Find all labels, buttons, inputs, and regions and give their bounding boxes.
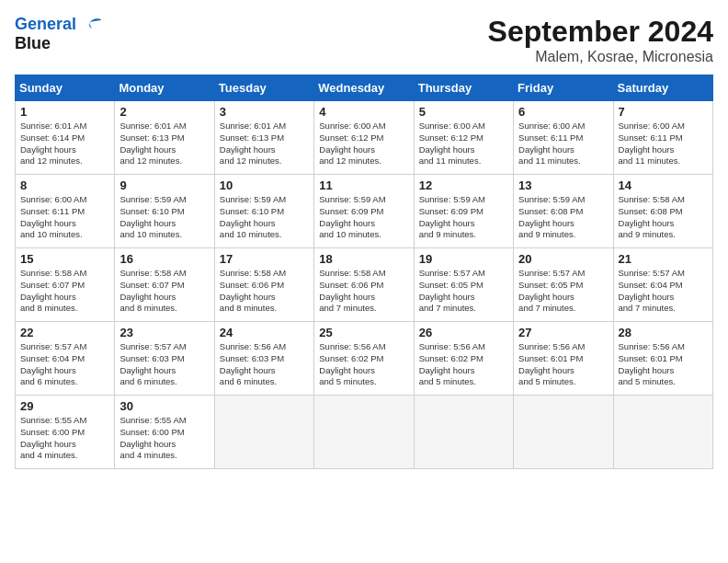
- day-number: 10: [220, 178, 310, 192]
- cell-info: Sunrise: 5:59 AM Sunset: 6:10 PM Dayligh…: [119, 194, 210, 241]
- calendar-cell: 4 Sunrise: 6:00 AM Sunset: 6:12 PM Dayli…: [314, 101, 414, 175]
- calendar-cell: 25 Sunrise: 5:56 AM Sunset: 6:02 PM Dayl…: [314, 322, 414, 396]
- calendar-cell: 24 Sunrise: 5:56 AM Sunset: 6:03 PM Dayl…: [214, 322, 313, 396]
- calendar-cell: 2 Sunrise: 6:01 AM Sunset: 6:13 PM Dayli…: [115, 101, 214, 175]
- cell-info: Sunrise: 5:56 AM Sunset: 6:03 PM Dayligh…: [220, 341, 310, 388]
- day-number: 26: [419, 326, 509, 339]
- header-row: General Blue September 2024 Malem, Kosra…: [15, 15, 713, 65]
- logo: General Blue: [15, 15, 103, 53]
- calendar-cell: [414, 396, 513, 469]
- cell-info: Sunrise: 5:59 AM Sunset: 6:08 PM Dayligh…: [518, 194, 609, 241]
- day-number: 8: [20, 178, 110, 192]
- calendar-cell: 26 Sunrise: 5:56 AM Sunset: 6:02 PM Dayl…: [414, 322, 513, 396]
- weekday-header-saturday: Saturday: [613, 75, 712, 101]
- calendar-cell: 22 Sunrise: 5:57 AM Sunset: 6:04 PM Dayl…: [16, 322, 115, 396]
- cell-info: Sunrise: 5:57 AM Sunset: 6:05 PM Dayligh…: [518, 268, 609, 315]
- weekday-header-tuesday: Tuesday: [214, 75, 313, 101]
- day-number: 29: [20, 399, 110, 413]
- cell-info: Sunrise: 5:58 AM Sunset: 6:06 PM Dayligh…: [220, 268, 310, 315]
- title-block: September 2024 Malem, Kosrae, Micronesia: [488, 15, 713, 65]
- calendar-cell: 28 Sunrise: 5:56 AM Sunset: 6:01 PM Dayl…: [613, 322, 712, 396]
- cell-info: Sunrise: 6:01 AM Sunset: 6:13 PM Dayligh…: [220, 121, 310, 167]
- week-row-2: 8 Sunrise: 6:00 AM Sunset: 6:11 PM Dayli…: [16, 175, 713, 248]
- day-number: 18: [319, 252, 409, 266]
- day-number: 13: [518, 178, 609, 192]
- cell-info: Sunrise: 6:00 AM Sunset: 6:12 PM Dayligh…: [319, 121, 409, 167]
- calendar-cell: [613, 396, 712, 469]
- day-number: 12: [419, 178, 509, 192]
- week-row-5: 29 Sunrise: 5:55 AM Sunset: 6:00 PM Dayl…: [16, 396, 713, 469]
- calendar-cell: 3 Sunrise: 6:01 AM Sunset: 6:13 PM Dayli…: [214, 101, 313, 175]
- day-number: 22: [20, 326, 110, 339]
- cell-info: Sunrise: 5:58 AM Sunset: 6:06 PM Dayligh…: [319, 268, 409, 315]
- day-number: 25: [319, 326, 409, 339]
- day-number: 9: [119, 178, 210, 192]
- cell-info: Sunrise: 5:57 AM Sunset: 6:05 PM Dayligh…: [419, 268, 509, 315]
- day-number: 17: [220, 252, 310, 266]
- logo-blue: Blue: [15, 35, 103, 53]
- cell-info: Sunrise: 5:56 AM Sunset: 6:01 PM Dayligh…: [619, 341, 709, 388]
- day-number: 3: [220, 105, 310, 119]
- calendar-cell: 10 Sunrise: 5:59 AM Sunset: 6:10 PM Dayl…: [214, 175, 313, 248]
- day-number: 2: [119, 105, 210, 119]
- day-number: 19: [419, 252, 509, 266]
- weekday-header-row: SundayMondayTuesdayWednesdayThursdayFrid…: [16, 75, 713, 101]
- cell-info: Sunrise: 5:56 AM Sunset: 6:01 PM Dayligh…: [518, 341, 609, 388]
- weekday-header-monday: Monday: [115, 75, 214, 101]
- month-title: September 2024: [488, 15, 713, 49]
- cell-info: Sunrise: 5:59 AM Sunset: 6:09 PM Dayligh…: [319, 194, 409, 241]
- calendar-container: General Blue September 2024 Malem, Kosra…: [0, 0, 728, 477]
- day-number: 1: [20, 105, 110, 119]
- week-row-4: 22 Sunrise: 5:57 AM Sunset: 6:04 PM Dayl…: [16, 322, 713, 396]
- day-number: 16: [119, 252, 210, 266]
- cell-info: Sunrise: 6:00 AM Sunset: 6:11 PM Dayligh…: [20, 194, 110, 241]
- cell-info: Sunrise: 6:00 AM Sunset: 6:11 PM Dayligh…: [619, 121, 709, 167]
- cell-info: Sunrise: 5:56 AM Sunset: 6:02 PM Dayligh…: [419, 341, 509, 388]
- cell-info: Sunrise: 5:58 AM Sunset: 6:07 PM Dayligh…: [119, 268, 210, 315]
- week-row-3: 15 Sunrise: 5:58 AM Sunset: 6:07 PM Dayl…: [16, 248, 713, 322]
- cell-info: Sunrise: 5:55 AM Sunset: 6:00 PM Dayligh…: [20, 415, 110, 462]
- cell-info: Sunrise: 5:58 AM Sunset: 6:08 PM Dayligh…: [619, 194, 709, 241]
- calendar-cell: 5 Sunrise: 6:00 AM Sunset: 6:12 PM Dayli…: [414, 101, 513, 175]
- weekday-header-wednesday: Wednesday: [314, 75, 414, 101]
- calendar-cell: [314, 396, 414, 469]
- day-number: 7: [619, 105, 709, 119]
- cell-info: Sunrise: 5:56 AM Sunset: 6:02 PM Dayligh…: [319, 341, 409, 388]
- calendar-cell: [514, 396, 613, 469]
- day-number: 14: [619, 178, 709, 192]
- cell-info: Sunrise: 5:57 AM Sunset: 6:04 PM Dayligh…: [20, 341, 110, 388]
- calendar-cell: 23 Sunrise: 5:57 AM Sunset: 6:03 PM Dayl…: [115, 322, 214, 396]
- calendar-cell: 9 Sunrise: 5:59 AM Sunset: 6:10 PM Dayli…: [115, 175, 214, 248]
- cell-info: Sunrise: 6:01 AM Sunset: 6:13 PM Dayligh…: [119, 121, 210, 167]
- calendar-cell: 20 Sunrise: 5:57 AM Sunset: 6:05 PM Dayl…: [514, 248, 613, 322]
- calendar-cell: 12 Sunrise: 5:59 AM Sunset: 6:09 PM Dayl…: [414, 175, 513, 248]
- cell-info: Sunrise: 5:58 AM Sunset: 6:07 PM Dayligh…: [20, 268, 110, 315]
- day-number: 5: [419, 105, 509, 119]
- calendar-cell: [214, 396, 313, 469]
- logo-general: General: [15, 15, 76, 33]
- calendar-cell: 30 Sunrise: 5:55 AM Sunset: 6:00 PM Dayl…: [115, 396, 214, 469]
- calendar-cell: 13 Sunrise: 5:59 AM Sunset: 6:08 PM Dayl…: [514, 175, 613, 248]
- day-number: 21: [619, 252, 709, 266]
- calendar-cell: 16 Sunrise: 5:58 AM Sunset: 6:07 PM Dayl…: [115, 248, 214, 322]
- day-number: 4: [319, 105, 409, 119]
- calendar-cell: 7 Sunrise: 6:00 AM Sunset: 6:11 PM Dayli…: [613, 101, 712, 175]
- cell-info: Sunrise: 5:57 AM Sunset: 6:03 PM Dayligh…: [119, 341, 210, 388]
- calendar-cell: 19 Sunrise: 5:57 AM Sunset: 6:05 PM Dayl…: [414, 248, 513, 322]
- location-title: Malem, Kosrae, Micronesia: [488, 49, 713, 65]
- calendar-cell: 6 Sunrise: 6:00 AM Sunset: 6:11 PM Dayli…: [514, 101, 613, 175]
- weekday-header-sunday: Sunday: [16, 75, 115, 101]
- cell-info: Sunrise: 5:59 AM Sunset: 6:10 PM Dayligh…: [220, 194, 310, 241]
- weekday-header-friday: Friday: [514, 75, 613, 101]
- cell-info: Sunrise: 5:59 AM Sunset: 6:09 PM Dayligh…: [419, 194, 509, 241]
- calendar-cell: 11 Sunrise: 5:59 AM Sunset: 6:09 PM Dayl…: [314, 175, 414, 248]
- cell-info: Sunrise: 5:55 AM Sunset: 6:00 PM Dayligh…: [119, 415, 210, 462]
- logo-bird-icon: [83, 15, 103, 35]
- calendar-cell: 1 Sunrise: 6:01 AM Sunset: 6:14 PM Dayli…: [16, 101, 115, 175]
- week-row-1: 1 Sunrise: 6:01 AM Sunset: 6:14 PM Dayli…: [16, 101, 713, 175]
- calendar-cell: 8 Sunrise: 6:00 AM Sunset: 6:11 PM Dayli…: [16, 175, 115, 248]
- calendar-cell: 27 Sunrise: 5:56 AM Sunset: 6:01 PM Dayl…: [514, 322, 613, 396]
- calendar-cell: 15 Sunrise: 5:58 AM Sunset: 6:07 PM Dayl…: [16, 248, 115, 322]
- day-number: 11: [319, 178, 409, 192]
- cell-info: Sunrise: 5:57 AM Sunset: 6:04 PM Dayligh…: [619, 268, 709, 315]
